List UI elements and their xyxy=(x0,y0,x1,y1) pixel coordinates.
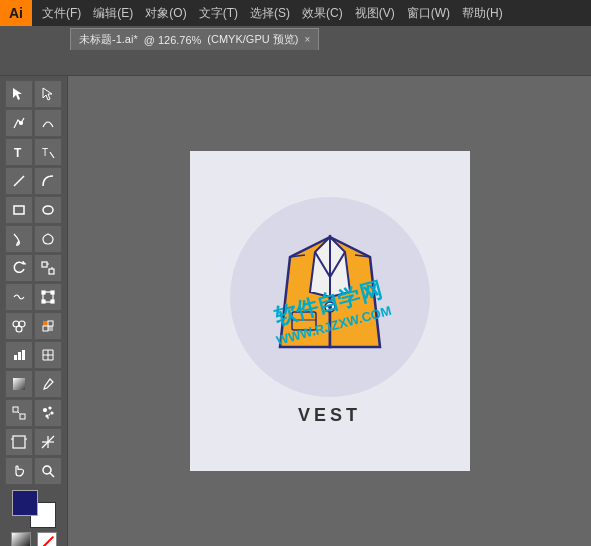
tool-row-blend xyxy=(5,399,62,427)
menu-view[interactable]: 视图(V) xyxy=(349,0,401,26)
tab-zoom: @ 126.76% xyxy=(144,34,202,46)
free-transform-tool[interactable] xyxy=(34,283,62,311)
touch-type-tool[interactable]: T xyxy=(34,138,62,166)
svg-rect-32 xyxy=(13,378,25,390)
live-paint-tool[interactable] xyxy=(34,312,62,340)
svg-rect-23 xyxy=(14,355,17,360)
blend-tool[interactable] xyxy=(5,399,33,427)
artboard-tool[interactable] xyxy=(5,428,33,456)
svg-line-47 xyxy=(50,473,54,477)
tool-row-brush xyxy=(5,225,62,253)
warp-tool[interactable] xyxy=(5,283,33,311)
gradient-swatch[interactable] xyxy=(11,532,31,546)
svg-point-37 xyxy=(49,407,51,409)
vest-illustration-circle xyxy=(230,197,430,397)
vest-label: VEST xyxy=(298,405,361,426)
curvature-tool[interactable] xyxy=(34,109,62,137)
tool-row-gradient xyxy=(5,370,62,398)
tool-row-graph xyxy=(5,341,62,369)
tool-row-artboard xyxy=(5,428,62,456)
svg-rect-40 xyxy=(13,436,25,448)
canvas-area: 软件自学网 WWW.RJZXW.COM VEST xyxy=(68,76,591,546)
tool-row-pen xyxy=(5,109,62,137)
shape-builder-tool[interactable] xyxy=(5,312,33,340)
column-graph-tool[interactable] xyxy=(5,341,33,369)
svg-rect-51 xyxy=(292,312,316,330)
hand-tool[interactable] xyxy=(5,457,33,485)
svg-point-50 xyxy=(328,305,332,309)
svg-point-6 xyxy=(43,206,53,214)
foreground-color-swatch[interactable] xyxy=(12,490,38,516)
tool-row-select xyxy=(5,80,62,108)
svg-text:T: T xyxy=(14,146,22,160)
toolbox: T T xyxy=(0,76,68,546)
selection-tool[interactable] xyxy=(5,80,33,108)
menu-bar: 文件(F) 编辑(E) 对象(O) 文字(T) 选择(S) 效果(C) 视图(V… xyxy=(32,0,591,26)
menu-select[interactable]: 选择(S) xyxy=(244,0,296,26)
scale-tool[interactable] xyxy=(34,254,62,282)
menu-window[interactable]: 窗口(W) xyxy=(401,0,456,26)
type-tool[interactable]: T xyxy=(5,138,33,166)
slice-tool[interactable] xyxy=(34,428,62,456)
color-swatches xyxy=(7,486,61,546)
svg-rect-8 xyxy=(49,269,54,274)
svg-point-18 xyxy=(16,326,22,332)
rotate-tool[interactable] xyxy=(5,254,33,282)
svg-point-38 xyxy=(51,412,53,414)
svg-point-36 xyxy=(44,409,47,412)
arc-tool[interactable] xyxy=(34,167,62,195)
menu-edit[interactable]: 编辑(E) xyxy=(87,0,139,26)
blob-brush-tool[interactable] xyxy=(34,225,62,253)
direct-select-tool[interactable] xyxy=(34,80,62,108)
rectangle-tool[interactable] xyxy=(5,196,33,224)
svg-rect-33 xyxy=(13,407,18,412)
svg-rect-15 xyxy=(51,300,54,303)
svg-line-3 xyxy=(50,152,54,158)
menu-object[interactable]: 对象(O) xyxy=(139,0,192,26)
tool-row-hand xyxy=(5,457,62,485)
gradient-tool[interactable] xyxy=(5,370,33,398)
mesh-tool[interactable] xyxy=(34,341,62,369)
tool-row-shapebuilder xyxy=(5,312,62,340)
svg-point-39 xyxy=(46,415,48,417)
svg-rect-22 xyxy=(48,326,53,331)
menu-type[interactable]: 文字(T) xyxy=(193,0,244,26)
eyedropper-tool[interactable] xyxy=(34,370,62,398)
menu-help[interactable]: 帮助(H) xyxy=(456,0,509,26)
svg-rect-12 xyxy=(42,291,45,294)
tool-row-shape xyxy=(5,196,62,224)
line-tool[interactable] xyxy=(5,167,33,195)
tool-row-type: T T xyxy=(5,138,62,166)
svg-rect-14 xyxy=(42,300,45,303)
symbol-spray-tool[interactable] xyxy=(34,399,62,427)
svg-rect-5 xyxy=(14,206,24,214)
tab-bar: 未标题-1.ai* @ 126.76% (CMYK/GPU 预览) × xyxy=(0,26,591,50)
svg-rect-25 xyxy=(22,350,25,360)
vest-svg xyxy=(260,217,400,377)
tab-title: 未标题-1.ai* xyxy=(79,32,138,47)
zoom-tool[interactable] xyxy=(34,457,62,485)
tool-row-warp xyxy=(5,283,62,311)
svg-rect-20 xyxy=(48,321,53,326)
svg-point-0 xyxy=(20,122,23,125)
none-swatch[interactable] xyxy=(37,532,57,546)
svg-rect-13 xyxy=(51,291,54,294)
svg-line-4 xyxy=(14,176,24,186)
control-bar xyxy=(0,50,591,76)
pen-tool[interactable] xyxy=(5,109,33,137)
paintbrush-tool[interactable] xyxy=(5,225,33,253)
svg-text:T: T xyxy=(42,147,48,158)
tab-close-button[interactable]: × xyxy=(304,34,310,45)
artboard: 软件自学网 WWW.RJZXW.COM VEST xyxy=(190,151,470,471)
tab-document[interactable]: 未标题-1.ai* @ 126.76% (CMYK/GPU 预览) × xyxy=(70,28,319,50)
svg-point-46 xyxy=(43,466,51,474)
svg-rect-21 xyxy=(43,326,48,331)
title-bar: Ai 文件(F) 编辑(E) 对象(O) 文字(T) 选择(S) 效果(C) 视… xyxy=(0,0,591,26)
menu-file[interactable]: 文件(F) xyxy=(36,0,87,26)
main-area: T T xyxy=(0,76,591,546)
svg-rect-19 xyxy=(43,321,48,326)
app-logo: Ai xyxy=(0,0,32,26)
tab-mode: (CMYK/GPU 预览) xyxy=(207,32,298,47)
menu-effect[interactable]: 效果(C) xyxy=(296,0,349,26)
ellipse-tool[interactable] xyxy=(34,196,62,224)
